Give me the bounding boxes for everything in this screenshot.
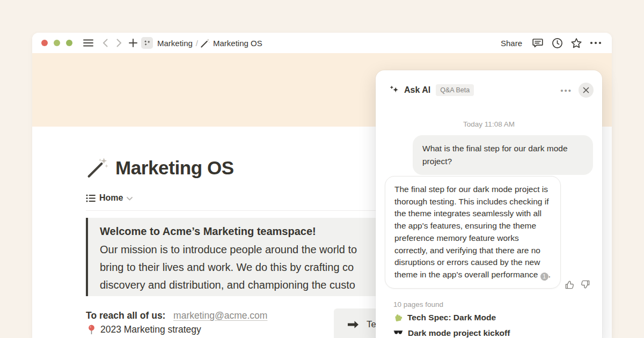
forward-chevron-icon[interactable]: [112, 36, 126, 50]
contact-email-link[interactable]: marketing@acme.com: [173, 310, 267, 321]
panel-more-icon[interactable]: •••: [560, 86, 572, 95]
wand-page-icon: [199, 36, 211, 50]
wand-title-icon[interactable]: [86, 156, 108, 179]
ask-ai-panel: Ask AI Q&A Beta ••• Today 11:08 AM What …: [376, 70, 602, 338]
share-button[interactable]: Share: [497, 39, 525, 48]
close-icon: [583, 87, 589, 93]
more-ellipsis-icon[interactable]: [589, 36, 603, 50]
ai-answer-bubble: The final step for our dark mode project…: [385, 176, 561, 289]
view-tab-label: Home: [99, 193, 123, 203]
favorite-star-icon[interactable]: [569, 36, 583, 50]
window-toolbar: Marketing / Marketing OS Share: [32, 33, 612, 53]
ai-answer-text: The final step for our dark mode project…: [394, 185, 549, 279]
user-question-bubble: What is the final step for our dark mode…: [413, 135, 593, 175]
qa-beta-badge: Q&A Beta: [436, 84, 474, 96]
result-title: Dark mode project kickoff: [408, 328, 510, 338]
history-clock-icon[interactable]: [550, 36, 564, 50]
pushpin-icon: [87, 325, 96, 335]
answer-feedback: [565, 280, 590, 290]
screenshot-stage: Marketing / Marketing OS Share: [0, 0, 644, 338]
citation-badge[interactable]: 1: [540, 273, 548, 281]
puzzle-icon: [393, 313, 402, 322]
breadcrumb-teamspace[interactable]: Marketing: [157, 39, 193, 48]
sunglasses-icon: [393, 329, 403, 337]
breadcrumb-page[interactable]: Marketing OS: [213, 39, 262, 48]
comments-icon[interactable]: [531, 36, 545, 50]
toolbar-right-group: Share: [497, 36, 603, 50]
back-chevron-icon[interactable]: [98, 36, 112, 50]
chat-date-stamp: Today 11:08 AM: [376, 120, 602, 128]
pinned-page-link[interactable]: 2023 Marketing strategy: [87, 324, 201, 335]
traffic-lights: [41, 40, 72, 46]
sidebar-menu-icon[interactable]: [81, 36, 95, 50]
view-tab-home[interactable]: Home: [86, 193, 133, 203]
contact-label: To reach all of us:: [86, 310, 165, 321]
close-window-button[interactable]: [41, 40, 48, 46]
page-title-row: Marketing OS: [86, 156, 234, 179]
chevron-down-icon: [127, 197, 133, 201]
result-row-tech-spec[interactable]: Tech Spec: Dark Mode: [393, 313, 496, 322]
list-view-icon: [86, 194, 96, 203]
arrow-right-icon: [347, 319, 360, 330]
pinned-page-title: 2023 Marketing strategy: [100, 324, 201, 335]
breadcrumb-separator: /: [196, 39, 198, 48]
minimize-window-button[interactable]: [54, 40, 60, 46]
ask-ai-header: Ask AI Q&A Beta •••: [376, 70, 602, 105]
teamspace-sparkle-icon[interactable]: [141, 37, 153, 49]
new-page-plus-icon[interactable]: [126, 36, 140, 50]
panel-close-button[interactable]: [579, 83, 594, 98]
ai-answer-period: .: [548, 270, 551, 279]
thumbs-down-icon[interactable]: [580, 280, 590, 290]
page-title[interactable]: Marketing OS: [115, 157, 234, 179]
contact-row: To reach all of us: marketing@acme.com: [86, 310, 267, 321]
result-row-kickoff[interactable]: Dark mode project kickoff: [393, 328, 510, 338]
pages-found-label: 10 pages found: [393, 300, 443, 308]
result-title: Tech Spec: Dark Mode: [407, 313, 496, 322]
ai-sparkle-icon: [389, 85, 400, 95]
ask-ai-title: Ask AI: [404, 85, 430, 95]
zoom-window-button[interactable]: [66, 40, 72, 46]
thumbs-up-icon[interactable]: [565, 280, 575, 290]
